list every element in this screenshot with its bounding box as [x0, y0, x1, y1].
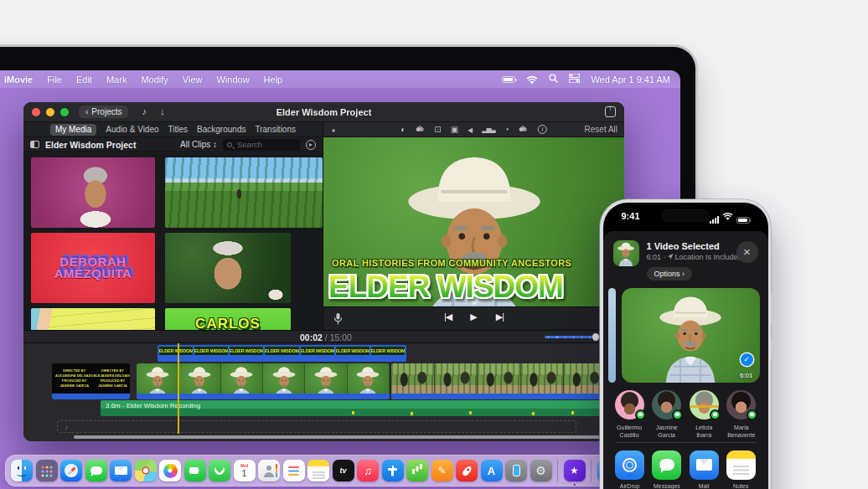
dock-safari-icon[interactable] — [60, 460, 82, 481]
dock-contacts-icon[interactable] — [258, 460, 280, 481]
search-icon[interactable] — [549, 74, 558, 85]
tab-audio-video[interactable]: Audio & Video — [106, 125, 158, 134]
clip-thumbnail-woman-portrait[interactable] — [31, 157, 155, 228]
dock-pages-icon[interactable] — [431, 460, 453, 481]
clip-thumbnail-farm-field[interactable] — [165, 157, 323, 228]
timeline-toolbar: 00:02 / 15:00 Se — [23, 330, 624, 343]
color-balance-icon[interactable] — [400, 124, 406, 135]
dock-rocket-app-icon[interactable] — [456, 460, 478, 481]
clip-thumbnail-elder-woman[interactable] — [165, 233, 291, 303]
crop-icon[interactable] — [434, 124, 441, 135]
clip-thumbnail-map[interactable]: UNITED STATES — [31, 308, 155, 330]
sidebar-toggle-icon[interactable] — [30, 141, 39, 148]
next-frame-button[interactable] — [496, 311, 504, 322]
selected-video-thumbnail[interactable]: ✓ 6:01 — [622, 288, 760, 383]
play-button[interactable] — [470, 311, 477, 322]
clip-filter-icon[interactable] — [519, 126, 529, 133]
dock-apple-tv-icon[interactable]: tv — [333, 460, 354, 481]
menu-mark[interactable]: Mark — [106, 75, 127, 85]
timeline-zoom-slider[interactable] — [545, 336, 597, 338]
menu-bar-clock[interactable]: Wed Apr 1 9:41 AM — [591, 75, 670, 85]
dock-phone-icon[interactable] — [209, 460, 230, 481]
volume-icon[interactable] — [468, 124, 473, 135]
search-field[interactable] — [223, 139, 300, 151]
battery-icon[interactable] — [502, 75, 515, 85]
speed-icon[interactable] — [504, 124, 509, 135]
dock-app-store-icon[interactable]: A — [481, 460, 503, 481]
dock-facetime-icon[interactable] — [184, 460, 206, 481]
voiceover-mic-icon[interactable] — [333, 312, 343, 325]
zoom-window-button[interactable] — [60, 108, 69, 116]
background-music-well[interactable] — [57, 420, 576, 433]
share-airdrop[interactable]: AirDrop — [612, 450, 648, 489]
share-messages[interactable]: Messages — [648, 450, 685, 489]
dock-keynote-icon[interactable] — [382, 460, 404, 481]
title-clip-elder-wisdom[interactable]: ELDER WISDOM ELDER WISDOM ELDER WISDOM E… — [158, 345, 406, 362]
dock-mail-icon[interactable] — [110, 460, 132, 481]
options-button[interactable]: Options — [647, 267, 693, 281]
menu-imovie[interactable]: iMovie — [4, 75, 33, 85]
download-arrow-icon[interactable] — [160, 107, 165, 116]
filmstrip-toggle-icon[interactable] — [306, 140, 316, 150]
share-apps-row: AirDrop Messages Mail Notes — [603, 450, 768, 489]
info-icon[interactable] — [538, 125, 547, 134]
dock-imovie-icon[interactable] — [564, 460, 586, 481]
audio-clip-label: 3.6m - Elder Wisdom Recording — [106, 402, 200, 409]
noise-eq-icon[interactable] — [482, 126, 494, 134]
menu-file[interactable]: File — [47, 75, 62, 85]
share-person-guillermo[interactable]: GuillermoCastillo — [612, 390, 647, 440]
back-to-projects-button[interactable]: Projects — [79, 106, 128, 118]
adjacent-photo-sliver[interactable] — [608, 288, 616, 383]
close-window-button[interactable] — [32, 108, 40, 116]
tab-transitions[interactable]: Transitions — [255, 125, 296, 134]
dock-photos-icon[interactable] — [159, 460, 181, 481]
menu-modify[interactable]: Modify — [141, 75, 168, 85]
dock-calendar-icon[interactable]: Wed1 — [234, 460, 256, 481]
share-icon[interactable] — [605, 106, 616, 117]
enhance-wand-icon[interactable] — [330, 124, 337, 136]
dock-maps-icon[interactable] — [135, 460, 157, 481]
close-share-sheet-button[interactable] — [736, 241, 758, 263]
timeline-horizontal-scrollbar[interactable] — [74, 435, 600, 439]
share-person-leticia[interactable]: LeticiaIbarra — [686, 390, 721, 440]
menu-view[interactable]: View — [183, 75, 203, 85]
playhead[interactable] — [178, 343, 179, 434]
credits-clip[interactable]: DIRECTED BYALEJANDRA DELGADOPRODUCED BYJ… — [52, 363, 130, 399]
share-mail[interactable]: Mail — [685, 450, 722, 489]
dock-reminders-icon[interactable] — [283, 460, 305, 481]
audio-clip[interactable]: 3.6m - Elder Wisdom Recording — [101, 400, 607, 416]
dock-finder-icon[interactable] — [11, 460, 33, 481]
stabilization-icon[interactable] — [451, 124, 458, 135]
menu-edit[interactable]: Edit — [76, 75, 92, 85]
color-correction-icon[interactable] — [415, 126, 425, 133]
location-arrow-icon — [668, 254, 674, 260]
video-clip-elder-man[interactable] — [137, 363, 390, 399]
minimize-window-button[interactable] — [46, 108, 54, 116]
dock-system-settings-icon[interactable] — [530, 460, 552, 481]
dock-launchpad-icon[interactable] — [36, 460, 58, 481]
reset-all-button[interactable]: Reset All — [585, 125, 617, 134]
menu-window[interactable]: Window — [216, 75, 249, 85]
tab-titles[interactable]: Titles — [168, 125, 189, 134]
previous-frame-button[interactable] — [444, 311, 452, 322]
dock-numbers-icon[interactable] — [406, 460, 428, 481]
dock-iphone-mirroring-icon[interactable] — [505, 460, 527, 481]
tab-backgrounds[interactable]: Backgrounds — [197, 125, 245, 134]
menu-help[interactable]: Help — [264, 75, 283, 85]
search-input[interactable] — [235, 139, 294, 150]
dock-music-icon[interactable] — [357, 460, 379, 481]
media-import-icon[interactable] — [142, 107, 147, 116]
share-person-maria[interactable]: MariaBenavente — [724, 390, 759, 440]
share-notes[interactable]: Notes — [722, 450, 759, 489]
wifi-icon[interactable] — [526, 75, 538, 84]
clip-thumbnail-title-deborah[interactable]: DEBORAH AMÉZQUITA — [31, 233, 155, 303]
dock-messages-icon[interactable] — [85, 460, 107, 481]
clip-thumbnail-title-carlos[interactable]: CARLOS PLASCENCIA — [165, 308, 291, 330]
clips-filter-dropdown[interactable]: All Clips — [180, 140, 217, 149]
video-clip-farm[interactable] — [391, 363, 607, 399]
dock-notes-icon[interactable] — [307, 460, 329, 481]
control-center-icon[interactable] — [569, 74, 580, 85]
video-preview[interactable]: ORAL HISTORIES FROM COMMUNITY ANCESTORS … — [323, 137, 624, 306]
share-person-jasmine[interactable]: JasmineGarcia — [649, 390, 685, 440]
tab-my-media[interactable]: My Media — [50, 124, 96, 136]
